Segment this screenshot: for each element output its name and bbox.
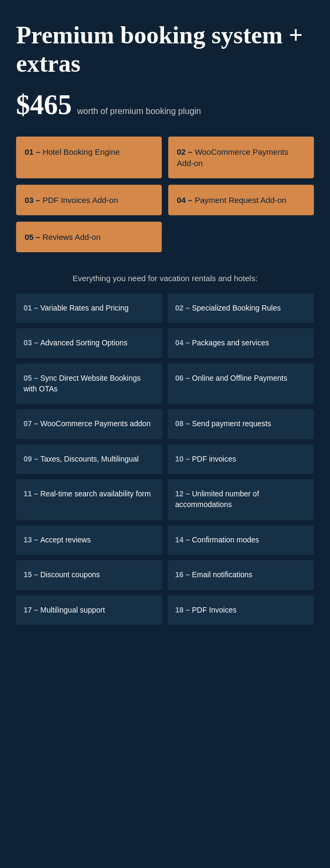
feature-card: 03 –Advanced Sorting Options [16,328,162,358]
addon-num: 04 – [177,195,192,205]
addon-card: 03 – PDF Invoices Add-on [16,185,162,215]
feature-num: 10 – [175,455,190,463]
feature-label: Specialized Booking Rules [192,304,281,312]
feature-num: 13 – [24,535,38,544]
feature-label: Send payment requests [192,419,271,428]
feature-card: 14 –Confirmation modes [168,525,314,555]
feature-card: 05 –Sync Direct Website Bookings with OT… [16,364,162,404]
feature-label: Accept reviews [40,535,91,544]
feature-card: 18 –PDF Invoices [168,595,314,625]
feature-label: Online and Offline Payments [192,374,287,382]
addon-label: PDF Invoices Add-on [42,195,118,205]
feature-num: 02 – [175,304,190,312]
feature-label: Advanced Sorting Options [40,338,128,347]
addon-label: WooCommerce Payments Add-on [177,147,288,168]
feature-label: Packages and services [192,338,269,347]
feature-card: 16 –Email notifications [168,560,314,590]
feature-label: Variable Rates and Pricing [40,304,129,312]
feature-label: Sync Direct Website Bookings with OTAs [24,374,141,393]
addon-num: 02 – [177,147,192,156]
addon-label: Hotel Booking Engine [42,147,119,156]
feature-num: 09 – [24,455,38,463]
feature-label: Email notifications [192,570,252,579]
feature-num: 17 – [24,606,38,614]
page-wrapper: Premium booking system + extras $465 wor… [0,0,330,652]
page-title: Premium booking system + extras [16,21,314,78]
price-description: worth of premium booking plugin [77,107,201,116]
feature-card: 13 –Accept reviews [16,525,162,555]
feature-label: Confirmation modes [192,535,259,544]
feature-num: 11 – [24,489,38,498]
section-intro: Everything you need for vacation rentals… [16,274,314,283]
feature-num: 14 – [175,535,190,544]
feature-card: 06 –Online and Offline Payments [168,364,314,404]
addon-card: 04 – Payment Request Add-on [168,185,314,215]
features-grid: 01 –Variable Rates and Pricing02 –Specia… [16,293,314,625]
feature-card: 12 –Unlimited number of accommodations [168,479,314,519]
feature-card: 07 –WooCommerce Payments addon [16,409,162,439]
feature-num: 15 – [24,570,38,579]
feature-card: 02 –Specialized Booking Rules [168,293,314,323]
feature-card: 15 –Discount coupons [16,560,162,590]
feature-num: 07 – [24,419,38,428]
feature-card: 08 –Send payment requests [168,409,314,439]
feature-num: 06 – [175,374,190,382]
addon-card: 01 – Hotel Booking Engine [16,137,162,178]
feature-label: Multilingual support [40,606,105,614]
feature-label: PDF invoices [192,455,236,463]
feature-card: 01 –Variable Rates and Pricing [16,293,162,323]
feature-num: 16 – [175,570,190,579]
addon-card: 02 – WooCommerce Payments Add-on [168,137,314,178]
addon-card: 05 – Reviews Add-on [16,222,162,252]
feature-num: 03 – [24,338,38,347]
addon-label: Payment Request Add-on [194,195,286,205]
feature-card: 10 –PDF invoices [168,444,314,474]
addons-grid: 01 – Hotel Booking Engine02 – WooCommerc… [16,137,314,252]
feature-num: 12 – [175,489,190,498]
feature-num: 04 – [175,338,190,347]
feature-label: WooCommerce Payments addon [40,419,151,428]
feature-label: Taxes, Discounts, Multilingual [40,455,139,463]
feature-card: 09 –Taxes, Discounts, Multilingual [16,444,162,474]
addon-label: Reviews Add-on [42,232,100,241]
feature-card: 11 –Real-time search availability form [16,479,162,519]
feature-card: 04 –Packages and services [168,328,314,358]
addon-num: 03 – [25,195,40,205]
feature-num: 05 – [24,374,38,382]
feature-label: Real-time search availability form [40,489,151,498]
feature-num: 01 – [24,304,38,312]
addon-num: 01 – [25,147,40,156]
feature-label: PDF Invoices [192,606,236,614]
price-line: $465 worth of premium booking plugin [16,89,314,120]
feature-card: 17 –Multilingual support [16,595,162,625]
feature-num: 08 – [175,419,190,428]
price-amount: $465 [16,89,72,120]
feature-num: 18 – [175,606,190,614]
feature-label: Discount coupons [40,570,100,579]
addon-num: 05 – [25,232,40,241]
